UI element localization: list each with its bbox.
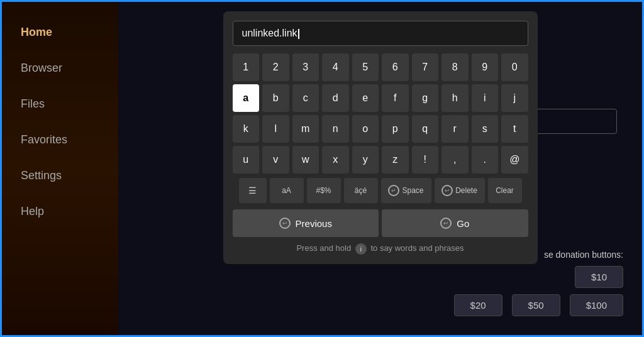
sidebar-item-home[interactable]: Home [2,14,118,50]
go-button[interactable]: ↩ Go [382,209,528,237]
key-hash[interactable]: #$% [307,178,341,203]
url-input-text: unlinked.link [242,28,299,38]
mic-icon: i [355,243,367,255]
key-v[interactable]: v [262,146,289,174]
key-x[interactable]: x [322,146,349,174]
key-period[interactable]: . [472,146,499,174]
alpha-row-2: k l m n o p q r s t [233,115,528,143]
key-n[interactable]: n [322,115,349,143]
number-row: 1 2 3 4 5 6 7 8 9 0 [233,53,528,81]
previous-circle-icon: ↩ [279,218,291,229]
main-area: se donation buttons: $10 $20 $50 $100 [118,2,642,335]
donation-row2: $20 $50 $100 [137,294,623,316]
key-e[interactable]: e [352,84,379,112]
key-1[interactable]: 1 [233,53,260,81]
previous-button[interactable]: ↩ Previous [233,209,379,237]
sidebar: Home Browser Files Favorites Settings He… [2,2,118,335]
key-z[interactable]: z [382,146,409,174]
sidebar-item-help[interactable]: Help [2,194,118,229]
sidebar-item-settings[interactable]: Settings [2,158,118,194]
sidebar-item-browser[interactable]: Browser [2,50,118,86]
key-clear[interactable]: Clear [488,178,522,203]
keyboard-rows: 1 2 3 4 5 6 7 8 9 0 a b c d e [233,53,528,237]
key-u[interactable]: u [233,146,260,174]
donation-btn-20[interactable]: $20 [454,294,502,316]
key-accent[interactable]: äçé [344,178,378,203]
key-c[interactable]: c [292,84,319,112]
special-key-row: ☰ aA #$% äçé ↵ Space ↩ Delete Clear [233,178,528,203]
key-y[interactable]: y [352,146,379,174]
key-case[interactable]: aA [270,178,304,203]
sidebar-item-favorites[interactable]: Favorites [2,122,118,158]
key-2[interactable]: 2 [262,53,289,81]
key-6[interactable]: 6 [382,53,409,81]
donation-row1: $10 [137,266,623,288]
key-o[interactable]: o [352,115,379,143]
key-comma[interactable]: , [441,146,469,174]
key-exclaim[interactable]: ! [412,146,439,174]
key-symbols[interactable]: ☰ [239,178,267,203]
keyboard-overlay: unlinked.link 1 2 3 4 5 6 7 8 9 0 [223,11,538,264]
key-b[interactable]: b [262,84,289,112]
key-4[interactable]: 4 [322,53,349,81]
key-q[interactable]: q [412,115,439,143]
delete-circle-icon: ↩ [441,185,453,196]
key-m[interactable]: m [292,115,319,143]
key-3[interactable]: 3 [292,53,319,81]
key-8[interactable]: 8 [441,53,469,81]
key-i[interactable]: i [472,84,499,112]
url-input-container[interactable]: unlinked.link [233,21,528,46]
alpha-row-1: a b c d e f g h i j [233,84,528,112]
donation-btn-10[interactable]: $10 [575,266,623,288]
key-7[interactable]: 7 [412,53,439,81]
go-circle-icon: ↩ [440,218,452,229]
sidebar-item-files[interactable]: Files [2,86,118,122]
key-k[interactable]: k [233,115,260,143]
key-f[interactable]: f [382,84,409,112]
key-a[interactable]: a [233,84,260,112]
key-at[interactable]: @ [501,146,528,174]
key-space[interactable]: ↵ Space [381,178,431,203]
key-w[interactable]: w [292,146,319,174]
key-p[interactable]: p [382,115,409,143]
key-t[interactable]: t [501,115,528,143]
alpha-row-3: u v w x y z ! , . @ [233,146,528,174]
key-h[interactable]: h [441,84,469,112]
key-5[interactable]: 5 [352,53,379,81]
key-d[interactable]: d [322,84,349,112]
key-j[interactable]: j [501,84,528,112]
key-g[interactable]: g [412,84,439,112]
key-r[interactable]: r [441,115,469,143]
key-l[interactable]: l [262,115,289,143]
key-9[interactable]: 9 [472,53,499,81]
key-0[interactable]: 0 [501,53,528,81]
donation-btn-50[interactable]: $50 [512,294,560,316]
key-delete[interactable]: ↩ Delete [435,178,485,203]
app-wrapper: Home Browser Files Favorites Settings He… [2,2,642,335]
voice-hint: Press and hold i to say words and phrase… [233,243,528,255]
nav-row: ↩ Previous ↩ Go [233,209,528,237]
donation-btn-100[interactable]: $100 [570,294,623,316]
key-s[interactable]: s [472,115,499,143]
space-circle-icon: ↵ [388,185,399,196]
